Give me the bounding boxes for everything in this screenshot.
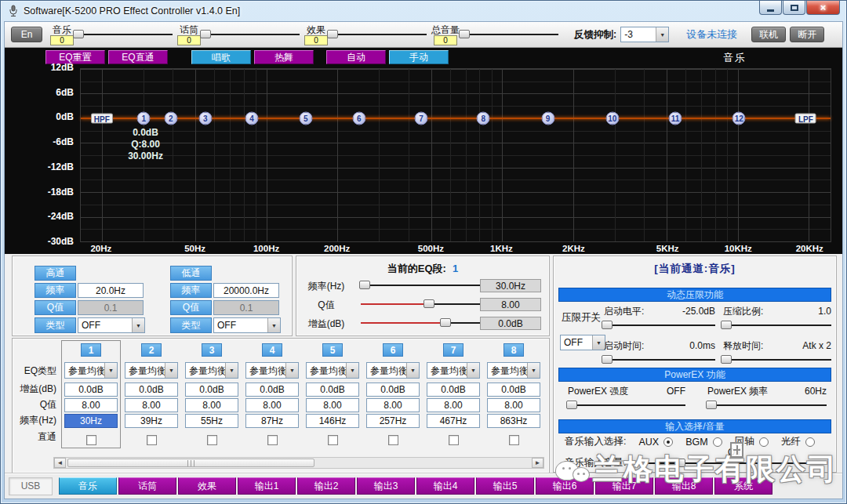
chevron-down-icon[interactable]: ▼ — [592, 335, 605, 350]
param-slider[interactable] — [568, 401, 685, 410]
current-eq-slider-value[interactable]: 30.0Hz — [480, 279, 541, 292]
freq-cell[interactable]: 467Hz — [427, 414, 480, 428]
eq-point-12[interactable]: 12 — [732, 111, 746, 125]
music-input-volume-slider[interactable] — [646, 459, 814, 468]
graph-button-4[interactable]: 热舞 — [254, 50, 314, 64]
eq-table-scrollbar[interactable]: ◄ ► — [53, 457, 544, 469]
band-number-header[interactable]: 2 — [141, 343, 162, 357]
gain-cell[interactable]: 0.0dB — [64, 383, 118, 397]
volume-slider[interactable] — [331, 30, 427, 39]
param-slider[interactable] — [723, 321, 831, 330]
slider-thumb[interactable] — [674, 459, 685, 467]
slider-thumb[interactable] — [424, 299, 434, 308]
radio-button[interactable] — [759, 437, 769, 447]
chevron-down-icon[interactable]: ▼ — [267, 318, 280, 332]
maximize-button[interactable] — [783, 1, 805, 15]
current-eq-slider-value[interactable]: 8.00 — [480, 298, 541, 311]
slider-thumb[interactable] — [327, 30, 338, 38]
title-bar[interactable]: Software[K-5200 PRO Effect Controller v1… — [1, 1, 846, 21]
hpf-label[interactable]: HPF — [91, 113, 113, 123]
chevron-down-icon[interactable]: ▼ — [165, 363, 177, 378]
tab-音乐[interactable]: 音乐 — [59, 477, 117, 495]
slider-thumb[interactable] — [566, 401, 577, 409]
param-slider[interactable] — [707, 401, 827, 410]
q-cell[interactable]: 8.00 — [427, 398, 480, 412]
gain-cell[interactable]: 0.0dB — [487, 383, 540, 397]
eq-type-select[interactable]: 参量均衡▼ — [487, 362, 540, 379]
scroll-right-arrow[interactable]: ► — [532, 458, 543, 468]
eq-point-5[interactable]: 5 — [299, 111, 312, 125]
slider-thumb[interactable] — [602, 321, 613, 329]
input-option-AUX[interactable]: AUX — [638, 435, 673, 448]
graph-button-6[interactable]: 手动 — [389, 50, 449, 64]
radio-button[interactable] — [713, 437, 722, 447]
slider-thumb[interactable] — [73, 30, 84, 38]
bypass-checkbox[interactable] — [147, 435, 157, 445]
eq-point-6[interactable]: 6 — [352, 111, 365, 125]
disconnect-button[interactable]: 断开 — [790, 27, 824, 42]
gain-cell[interactable]: 0.0dB — [125, 383, 178, 397]
chevron-down-icon[interactable]: ▼ — [346, 363, 358, 378]
tab-话筒[interactable]: 话筒 — [118, 477, 176, 495]
eq-type-select[interactable]: 参量均衡▼ — [427, 362, 480, 379]
tab-输出3[interactable]: 输出3 — [357, 477, 415, 495]
bypass-checkbox[interactable] — [328, 435, 338, 445]
lpf-label[interactable]: LPF — [795, 113, 816, 123]
slider-thumb[interactable] — [200, 30, 211, 38]
graph-button-5[interactable]: 自动 — [326, 50, 386, 64]
eq-point-10[interactable]: 10 — [605, 111, 619, 125]
tab-输出8[interactable]: 输出8 — [655, 477, 713, 495]
connect-button[interactable]: 联机 — [751, 27, 786, 42]
minimize-button[interactable] — [759, 1, 782, 15]
input-option-光纤[interactable]: 光纤 — [781, 435, 815, 448]
close-button[interactable]: × — [806, 1, 840, 15]
tab-输出1[interactable]: 输出1 — [238, 477, 296, 495]
chevron-down-icon[interactable]: ▼ — [656, 27, 668, 42]
eq-type-select[interactable]: 参量均衡▼ — [366, 362, 420, 379]
chevron-down-icon[interactable]: ▼ — [406, 363, 419, 378]
eq-point-9[interactable]: 9 — [541, 111, 554, 125]
eq-type-select[interactable]: 参量均衡▼ — [125, 362, 178, 379]
lowpass-type-select[interactable]: OFF ▼ — [213, 317, 281, 333]
current-eq-slider[interactable] — [361, 299, 480, 309]
eq-point-7[interactable]: 7 — [415, 111, 428, 125]
bypass-checkbox[interactable] — [86, 435, 96, 445]
chevron-down-icon[interactable]: ▼ — [285, 363, 298, 378]
highpass-type-select[interactable]: OFF ▼ — [78, 317, 145, 333]
band-number-header[interactable]: 6 — [383, 343, 403, 357]
q-cell[interactable]: 8.00 — [185, 398, 238, 412]
freq-cell[interactable]: 87Hz — [245, 414, 299, 428]
current-eq-slider-value[interactable]: 0.0dB — [480, 317, 541, 330]
highpass-freq-field[interactable]: 20.0Hz — [78, 283, 144, 298]
bypass-checkbox[interactable] — [509, 435, 519, 445]
freq-cell[interactable]: 55Hz — [185, 414, 238, 428]
band-number-header[interactable]: 4 — [262, 343, 282, 357]
gain-cell[interactable]: 0.0dB — [185, 383, 238, 397]
current-eq-slider[interactable] — [361, 318, 480, 328]
lowpass-freq-field[interactable]: 20000.0Hz — [213, 283, 279, 298]
freq-cell[interactable]: 863Hz — [487, 414, 540, 428]
tab-输出2[interactable]: 输出2 — [297, 477, 355, 495]
chevron-down-icon[interactable]: ▼ — [527, 363, 540, 378]
gain-cell[interactable]: 0.0dB — [427, 383, 480, 397]
tab-输出6[interactable]: 输出6 — [536, 477, 594, 495]
eq-point-11[interactable]: 11 — [669, 111, 682, 125]
q-cell[interactable]: 8.00 — [245, 398, 299, 412]
bypass-checkbox[interactable] — [207, 435, 217, 445]
q-cell[interactable]: 8.00 — [487, 398, 540, 412]
graph-button-3[interactable]: 唱歌 — [191, 50, 251, 64]
freq-cell[interactable]: 30Hz — [64, 414, 118, 428]
gain-cell[interactable]: 0.0dB — [245, 383, 299, 397]
radio-button[interactable] — [805, 437, 815, 447]
chevron-down-icon[interactable]: ▼ — [104, 363, 117, 378]
slider-thumb[interactable] — [440, 318, 451, 327]
bypass-checkbox[interactable] — [388, 435, 398, 445]
slider-thumb[interactable] — [359, 281, 370, 289]
eq-point-3[interactable]: 3 — [198, 111, 212, 125]
bypass-checkbox[interactable] — [267, 435, 278, 445]
freq-cell[interactable]: 257Hz — [366, 414, 420, 428]
chevron-down-icon[interactable]: ▼ — [225, 363, 238, 378]
eq-type-select[interactable]: 参量均衡▼ — [245, 362, 299, 379]
eq-plot[interactable]: 123456789101112HPFLPF0.0dBQ:8.0030.00Hz — [80, 68, 831, 242]
freq-cell[interactable]: 146Hz — [306, 414, 359, 428]
